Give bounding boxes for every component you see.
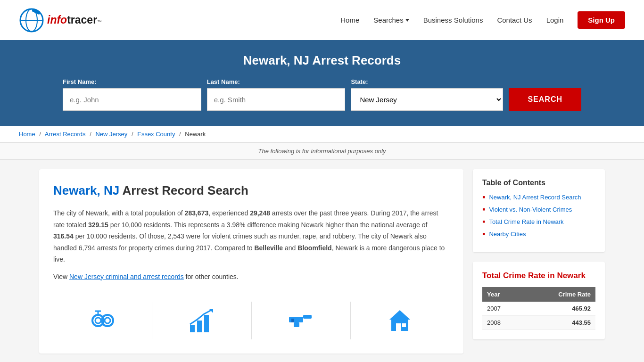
city1-value: Belleville <box>254 244 283 252</box>
svg-marker-19 <box>389 310 410 320</box>
article-title-rest: Arrest Record Search <box>119 183 248 197</box>
state-select[interactable]: New Jersey <box>351 88 503 111</box>
article-body: The city of Newark, with a total populat… <box>53 207 449 265</box>
signup-button[interactable]: Sign Up <box>578 11 625 29</box>
svg-point-7 <box>105 318 110 323</box>
toc-link-4[interactable]: Nearby Cities <box>489 230 526 238</box>
logo[interactable]: infotracer™ <box>19 8 102 33</box>
year-cell: 2007 <box>482 302 522 316</box>
icon-crime-rate <box>152 302 251 339</box>
col-year: Year <box>482 287 522 302</box>
state-field-group: State: New Jersey <box>351 78 503 111</box>
toc-bullet-2: ▪ <box>482 205 485 214</box>
city2-value: Bloomfield <box>297 244 331 252</box>
svg-rect-16 <box>303 315 312 319</box>
search-form: First Name: Last Name: State: New Jersey… <box>63 78 581 111</box>
crime-rate-title: Total Crime Rate in Newark <box>482 271 595 280</box>
article-title: Newark, NJ Arrest Record Search <box>53 183 449 198</box>
body-text-2: , experienced <box>208 209 250 217</box>
svg-point-6 <box>95 318 101 323</box>
icons-row <box>53 292 449 339</box>
breadcrumb-sep3: / <box>132 131 133 138</box>
population-value: 283,673 <box>185 209 209 217</box>
last-name-input[interactable] <box>207 88 346 111</box>
toc-link-1[interactable]: Newark, NJ Arrest Record Search <box>489 194 581 201</box>
chart-icon <box>188 306 216 335</box>
logo-tm: ™ <box>97 20 102 25</box>
toc-bullet-1: ▪ <box>482 193 485 201</box>
breadcrumb-essex-county[interactable]: Essex County <box>137 131 175 138</box>
logo-tracer-text: tracer <box>67 15 97 25</box>
toc-item-1: ▪ Newark, NJ Arrest Record Search <box>482 194 595 201</box>
svg-rect-18 <box>291 319 294 322</box>
svg-rect-21 <box>396 323 401 331</box>
logo-info-text: info <box>47 15 67 25</box>
svg-rect-12 <box>197 321 202 332</box>
breadcrumb-sep2: / <box>90 131 91 138</box>
body-text-4: per 10,000 residents. This represents a … <box>108 221 428 229</box>
logo-icon <box>19 8 44 33</box>
state-label: State: <box>351 78 503 85</box>
nj-records-link[interactable]: New Jersey criminal and arrest records <box>69 273 184 280</box>
crime-rate-table: Year Crime Rate 2007465.922008443.55 <box>482 287 595 330</box>
hero-title: Newark, NJ Arrest Records <box>19 53 625 68</box>
toc-link-3[interactable]: Total Crime Rate in Newark <box>489 218 563 225</box>
first-name-label: First Name: <box>63 78 201 85</box>
toc-card: Table of Contents ▪ Newark, NJ Arrest Re… <box>473 169 605 252</box>
svg-rect-11 <box>190 325 195 332</box>
svg-rect-22 <box>402 323 406 327</box>
view-pre-text: View <box>53 273 69 280</box>
rate-cell: 443.55 <box>522 316 595 330</box>
rate-value: 329.15 <box>88 221 108 229</box>
icon-property <box>351 302 449 339</box>
breadcrumb-sep4: / <box>179 131 181 138</box>
breadcrumb-home[interactable]: Home <box>19 131 35 138</box>
toc-link-2[interactable]: Violent vs. Non-Violent Crimes <box>489 206 572 213</box>
content-area: Newark, NJ Arrest Record Search The city… <box>39 169 463 354</box>
login-button[interactable]: Login <box>546 16 564 24</box>
info-notice: The following is for informational purpo… <box>0 143 644 160</box>
article-title-highlight: Newark, NJ <box>53 183 119 197</box>
rate-cell: 465.92 <box>522 302 595 316</box>
svg-rect-17 <box>294 322 299 327</box>
nav-home[interactable]: Home <box>340 16 359 24</box>
nav-contact[interactable]: Contact Us <box>497 16 532 24</box>
svg-rect-15 <box>289 317 303 322</box>
toc-bullet-4: ▪ <box>482 230 485 238</box>
toc-item-3: ▪ Total Crime Rate in Newark <box>482 218 595 226</box>
nav-business[interactable]: Business Solutions <box>423 16 483 24</box>
toc-heading: Table of Contents <box>482 179 595 187</box>
icon-arrests <box>53 302 152 339</box>
handcuffs-icon <box>89 306 117 335</box>
view-link-para: View New Jersey criminal and arrest reco… <box>53 273 449 280</box>
gun-icon <box>287 306 315 335</box>
toc-item-4: ▪ Nearby Cities <box>482 230 595 238</box>
body-text-1: The city of Newark, with a total populat… <box>53 209 185 217</box>
last-name-field-group: Last Name: <box>207 78 346 111</box>
breadcrumb-newark: Newark <box>185 131 206 138</box>
first-name-field-group: First Name: <box>63 78 201 111</box>
col-rate: Crime Rate <box>522 287 595 302</box>
house-icon <box>386 306 414 335</box>
site-header: infotracer™ Home Searches Business Solut… <box>0 0 644 40</box>
arrests-value: 29,248 <box>250 209 270 217</box>
toc-item-2: ▪ Violent vs. Non-Violent Crimes <box>482 206 595 214</box>
breadcrumb-sep1: / <box>39 131 41 138</box>
sidebar: Table of Contents ▪ Newark, NJ Arrest Re… <box>473 169 605 354</box>
national-avg-value: 316.54 <box>53 232 74 240</box>
icon-weapons <box>252 302 351 339</box>
chevron-down-icon <box>405 19 409 22</box>
nav-searches[interactable]: Searches <box>373 16 409 24</box>
svg-rect-13 <box>204 315 209 332</box>
last-name-label: Last Name: <box>207 78 346 85</box>
breadcrumb-new-jersey[interactable]: New Jersey <box>95 131 127 138</box>
first-name-input[interactable] <box>63 88 201 111</box>
toc-bullet-3: ▪ <box>482 217 485 226</box>
breadcrumb: Home / Arrest Records / New Jersey / Ess… <box>0 126 644 143</box>
year-cell: 2008 <box>482 316 522 330</box>
search-button[interactable]: SEARCH <box>509 88 581 111</box>
view-post-text: for other counties. <box>184 273 239 280</box>
crime-rate-card: Total Crime Rate in Newark Year Crime Ra… <box>473 262 605 339</box>
main-nav: Home Searches Business Solutions Contact… <box>340 11 625 29</box>
breadcrumb-arrest-records[interactable]: Arrest Records <box>45 131 86 138</box>
